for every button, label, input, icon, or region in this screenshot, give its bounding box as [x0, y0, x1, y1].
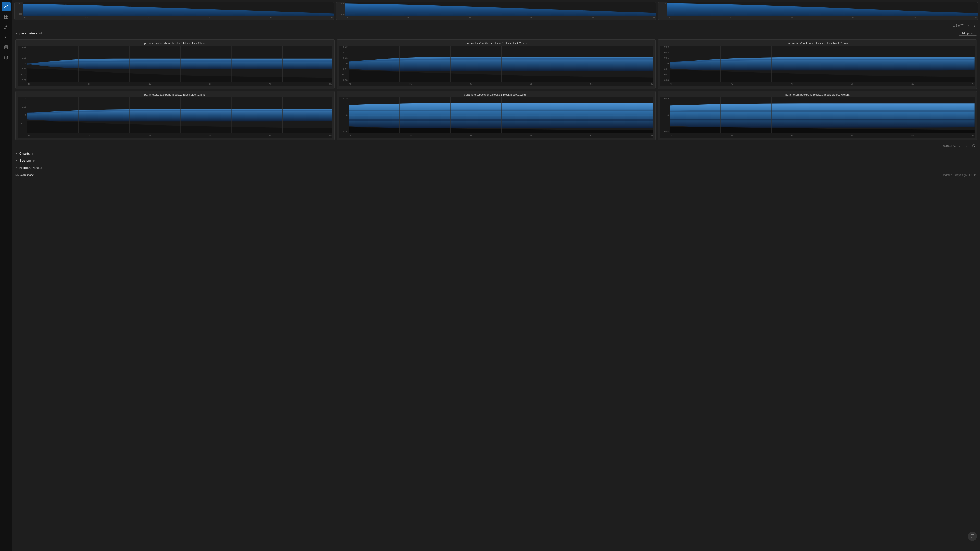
workspace-label: My Workspace — [15, 173, 34, 176]
prev-page-bottom[interactable]: ‹ — [958, 144, 962, 149]
chevron-right-icon-hidden: ► — [15, 166, 18, 169]
top-chart-1: -400 -600 1k2k3k4k5k6k Step — [14, 2, 334, 20]
chart-title-1: parameters/backbone.blocks.3.block.block… — [18, 41, 332, 44]
next-page-bottom[interactable]: › — [964, 144, 968, 149]
chart-title-5: parameters/backbone.blocks.1.block.block… — [339, 93, 654, 96]
chart-card-4: parameters/backbone.blocks.0.block.block… — [15, 91, 334, 140]
svg-point-1 — [7, 5, 8, 6]
chart-area-4: 0.02 0.01 0 -0.01 -0.02 — [18, 97, 332, 138]
charts-section-header[interactable]: ► Charts 4 — [12, 150, 980, 157]
chart-title-4: parameters/backbone.blocks.0.block.block… — [18, 93, 332, 96]
parameters-section-header[interactable]: ▼ parameters 74 Add panel — [12, 29, 980, 37]
parameters-count: 74 — [39, 32, 42, 35]
chart-card-6: parameters/backbone.blocks.3.block.block… — [658, 91, 977, 140]
x-axis-6: 1k 2k 3k 4k 5k 6k — [670, 133, 975, 138]
chart-card-2: parameters/backbone.blocks.1.block.block… — [337, 39, 656, 89]
svg-rect-4 — [4, 17, 6, 19]
chart-area-3: 0.03 0.02 0.01 0 -0.01 -0.02 -0.03 — [660, 46, 975, 86]
chevron-down-icon: ▼ — [15, 32, 18, 35]
svg-rect-3 — [6, 15, 8, 17]
hidden-panels-title: Hidden Panels — [19, 166, 42, 170]
next-page-top[interactable]: › — [973, 23, 977, 28]
chart-card-5: parameters/backbone.blocks.1.block.block… — [337, 91, 656, 140]
y-axis-5: 0.05 0 -0.05 — [339, 97, 348, 133]
y-axis-1: 0.03 0.02 0.01 0 -0.01 -0.02 -0.03 — [18, 46, 27, 81]
sidebar-item-data[interactable] — [2, 53, 11, 62]
chart-inner-5 — [348, 97, 654, 133]
y-axis-2: 0.03 0.02 0.01 0 -0.01 -0.02 -0.03 — [339, 46, 348, 81]
hidden-panels-section-header[interactable]: ► Hidden Panels 0 — [12, 164, 980, 171]
svg-point-48 — [973, 145, 974, 146]
system-section-title: System — [19, 159, 31, 162]
svg-line-10 — [6, 27, 7, 28]
charts-section-count: 4 — [32, 152, 33, 155]
chevron-right-icon-charts: ► — [15, 152, 18, 155]
pagination-text: 1-6 of 74 — [953, 24, 964, 27]
top-charts-partial: -400 -600 1k2k3k4k5k6k Step — [12, 0, 980, 22]
bottom-pagination-text: 13-18 of 74 — [942, 144, 956, 148]
y-label: -400 — [18, 2, 22, 5]
top-chart-3: -400 1k2k3k4k5k6k Step — [658, 2, 978, 20]
prev-page-top[interactable]: ‹ — [966, 23, 971, 28]
x-axis-3: 1k 2k 3k 4k 5k 6k — [670, 82, 975, 86]
chart-area-1: 0.03 0.02 0.01 0 -0.01 -0.02 -0.03 — [18, 46, 332, 86]
chart-inner-4 — [27, 97, 332, 133]
chart-area-2: 0.03 0.02 0.01 0 -0.01 -0.02 -0.03 — [339, 46, 654, 86]
svg-point-7 — [4, 28, 5, 29]
system-section-header[interactable]: ► System 14 — [12, 157, 980, 164]
sidebar-item-panels[interactable] — [2, 12, 11, 21]
chart-card-1: parameters/backbone.blocks.3.block.block… — [15, 39, 334, 89]
x-axis-4: 1k 2k 3k 4k 5k 6k — [27, 133, 332, 138]
y-axis-6: 0.05 0 -0.05 — [660, 97, 670, 133]
top-chart-2: -200 -300 1k2k3k4k5k6k Step — [336, 2, 656, 20]
footer: My Workspace ⋮ Updated 3 days ago ↻ ↺ — [12, 171, 980, 179]
x-axis-5: 1k 2k 3k 4k 5k 6k — [348, 133, 654, 138]
svg-point-0 — [5, 6, 6, 7]
chart-area-6: 0.05 0 -0.05 — [660, 97, 975, 138]
chevron-right-icon-system: ► — [15, 159, 18, 162]
svg-rect-5 — [6, 17, 8, 19]
workspace-menu-icon[interactable]: ⋮ — [35, 173, 38, 177]
chart-inner-6 — [670, 97, 975, 133]
svg-point-6 — [6, 25, 6, 27]
x-axis-2: 1k 2k 3k 4k 5k 6k — [348, 82, 654, 86]
chart-inner-3 — [670, 46, 975, 82]
svg-rect-2 — [4, 15, 6, 17]
add-panel-button[interactable]: Add panel — [959, 30, 977, 36]
chart-inner-1 — [27, 46, 332, 82]
chart-title-2: parameters/backbone.blocks.1.block.block… — [339, 41, 654, 44]
undo-button[interactable]: ↻ — [969, 173, 972, 177]
chart-title-6: parameters/backbone.blocks.3.block.block… — [660, 93, 975, 96]
top-pagination: 1-6 of 74 ‹ › — [12, 22, 980, 29]
chart-card-3: parameters/backbone.blocks.5.block.block… — [658, 39, 977, 89]
x-axis-1: 1k 2k 3k 4k 5k 6k — [27, 82, 332, 86]
svg-point-16 — [5, 56, 8, 57]
updated-text: Updated 3 days ago — [942, 173, 967, 176]
charts-section-title: Charts — [19, 151, 30, 156]
chart-inner-2 — [348, 46, 654, 82]
bottom-pagination: 13-18 of 74 ‹ › — [12, 142, 980, 150]
redo-button[interactable]: ↺ — [974, 173, 977, 177]
sidebar — [0, 0, 12, 551]
svg-point-8 — [7, 28, 8, 29]
sidebar-item-network[interactable] — [2, 22, 11, 32]
y-axis-3: 0.03 0.02 0.01 0 -0.01 -0.02 -0.03 — [660, 46, 670, 81]
sidebar-item-charts[interactable] — [2, 2, 11, 11]
hidden-panels-count: 0 — [44, 166, 45, 169]
chart-area-5: 0.05 0 -0.05 — [339, 97, 654, 138]
main-content: -400 -600 1k2k3k4k5k6k Step — [12, 0, 980, 551]
parameters-title: parameters — [19, 32, 37, 35]
charts-grid: parameters/backbone.blocks.3.block.block… — [12, 37, 980, 142]
settings-icon-btn[interactable] — [970, 143, 977, 149]
y-label: -600 — [18, 13, 22, 15]
sidebar-item-reports[interactable] — [2, 43, 11, 52]
chat-bubble[interactable] — [968, 532, 977, 541]
svg-line-9 — [5, 27, 6, 28]
y-axis-4: 0.02 0.01 0 -0.01 -0.02 — [18, 97, 27, 133]
sidebar-item-terminal[interactable] — [2, 33, 11, 42]
chart-title-3: parameters/backbone.blocks.5.block.block… — [660, 41, 975, 44]
system-section-count: 14 — [33, 159, 36, 162]
